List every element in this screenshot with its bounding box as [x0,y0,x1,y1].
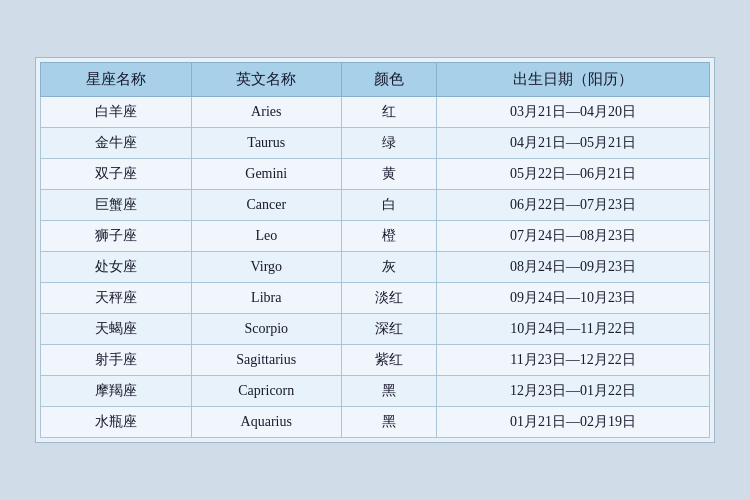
table-row: 双子座Gemini黄05月22日—06月21日 [41,159,710,190]
cell-english-name: Sagittarius [191,345,342,376]
cell-color: 绿 [342,128,437,159]
table-row: 摩羯座Capricorn黑12月23日—01月22日 [41,376,710,407]
zodiac-table-container: 星座名称 英文名称 颜色 出生日期（阳历） 白羊座Aries红03月21日—04… [35,57,715,443]
cell-english-name: Scorpio [191,314,342,345]
cell-chinese-name: 巨蟹座 [41,190,192,221]
cell-color: 白 [342,190,437,221]
cell-chinese-name: 射手座 [41,345,192,376]
cell-chinese-name: 摩羯座 [41,376,192,407]
cell-chinese-name: 处女座 [41,252,192,283]
cell-dates: 09月24日—10月23日 [436,283,709,314]
header-english-name: 英文名称 [191,63,342,97]
cell-dates: 10月24日—11月22日 [436,314,709,345]
cell-dates: 07月24日—08月23日 [436,221,709,252]
cell-english-name: Aquarius [191,407,342,438]
cell-english-name: Virgo [191,252,342,283]
cell-chinese-name: 金牛座 [41,128,192,159]
table-body: 白羊座Aries红03月21日—04月20日金牛座Taurus绿04月21日—0… [41,97,710,438]
zodiac-table: 星座名称 英文名称 颜色 出生日期（阳历） 白羊座Aries红03月21日—04… [40,62,710,438]
cell-chinese-name: 天秤座 [41,283,192,314]
table-row: 金牛座Taurus绿04月21日—05月21日 [41,128,710,159]
table-header-row: 星座名称 英文名称 颜色 出生日期（阳历） [41,63,710,97]
cell-color: 灰 [342,252,437,283]
cell-color: 紫红 [342,345,437,376]
header-color: 颜色 [342,63,437,97]
cell-dates: 08月24日—09月23日 [436,252,709,283]
table-row: 天秤座Libra淡红09月24日—10月23日 [41,283,710,314]
cell-chinese-name: 水瓶座 [41,407,192,438]
cell-color: 黄 [342,159,437,190]
table-row: 水瓶座Aquarius黑01月21日—02月19日 [41,407,710,438]
cell-color: 黑 [342,376,437,407]
table-row: 巨蟹座Cancer白06月22日—07月23日 [41,190,710,221]
cell-color: 淡红 [342,283,437,314]
cell-english-name: Cancer [191,190,342,221]
cell-dates: 03月21日—04月20日 [436,97,709,128]
cell-dates: 01月21日—02月19日 [436,407,709,438]
cell-dates: 04月21日—05月21日 [436,128,709,159]
cell-dates: 11月23日—12月22日 [436,345,709,376]
cell-chinese-name: 狮子座 [41,221,192,252]
cell-english-name: Capricorn [191,376,342,407]
cell-dates: 06月22日—07月23日 [436,190,709,221]
table-row: 白羊座Aries红03月21日—04月20日 [41,97,710,128]
table-row: 天蝎座Scorpio深红10月24日—11月22日 [41,314,710,345]
cell-english-name: Taurus [191,128,342,159]
cell-color: 红 [342,97,437,128]
cell-english-name: Leo [191,221,342,252]
cell-dates: 12月23日—01月22日 [436,376,709,407]
cell-color: 深红 [342,314,437,345]
cell-english-name: Gemini [191,159,342,190]
cell-chinese-name: 白羊座 [41,97,192,128]
header-dates: 出生日期（阳历） [436,63,709,97]
cell-chinese-name: 双子座 [41,159,192,190]
cell-color: 黑 [342,407,437,438]
cell-english-name: Aries [191,97,342,128]
cell-color: 橙 [342,221,437,252]
cell-dates: 05月22日—06月21日 [436,159,709,190]
table-row: 射手座Sagittarius紫红11月23日—12月22日 [41,345,710,376]
cell-chinese-name: 天蝎座 [41,314,192,345]
header-chinese-name: 星座名称 [41,63,192,97]
cell-english-name: Libra [191,283,342,314]
table-row: 处女座Virgo灰08月24日—09月23日 [41,252,710,283]
table-row: 狮子座Leo橙07月24日—08月23日 [41,221,710,252]
